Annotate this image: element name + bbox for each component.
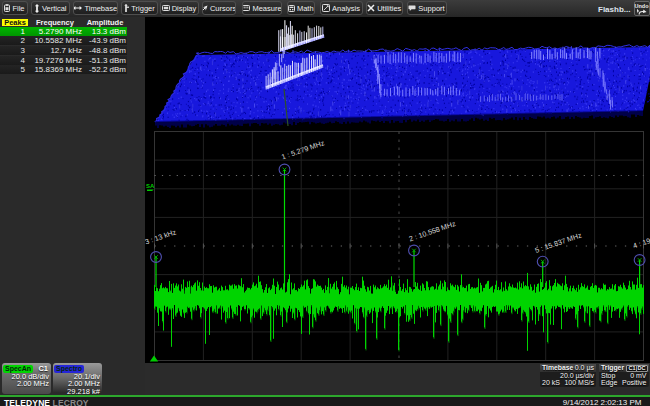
svg-text:3 : 13 kHz: 3 : 13 kHz bbox=[145, 227, 178, 246]
svg-text:5 : 15.837 MHz: 5 : 15.837 MHz bbox=[534, 230, 583, 255]
svg-text:2 : 10.558 MHz: 2 : 10.558 MHz bbox=[408, 219, 457, 244]
svg-text:4 : 19.728 MHz: 4 : 19.728 MHz bbox=[632, 226, 650, 251]
svg-text:1 : 5.279 MHz: 1 : 5.279 MHz bbox=[280, 138, 326, 161]
svg-text:SA: SA bbox=[146, 183, 155, 189]
